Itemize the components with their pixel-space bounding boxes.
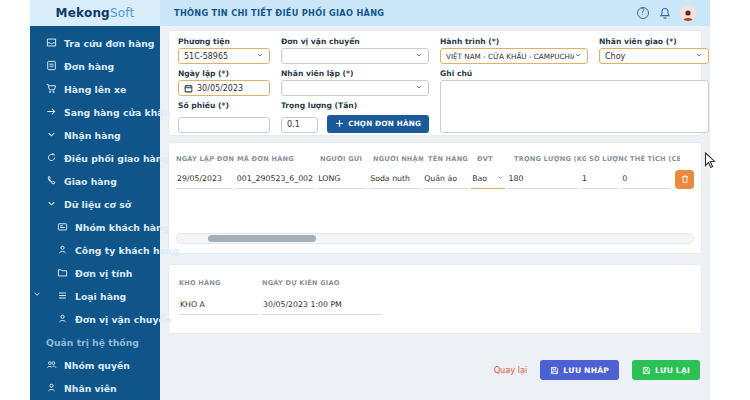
top-header: MekongSoft THÔNG TIN CHI TIẾT ĐIỀU PHỐI …	[30, 0, 710, 26]
sidebar-item-hang-len-xe[interactable]: Hàng lên xe	[30, 78, 160, 101]
sidebar-item-du-lieu-co-so[interactable]: Dữ liệu cơ sở	[30, 193, 160, 216]
back-link[interactable]: Quay lại	[494, 365, 528, 375]
sidebar-item-tra-cuu-don-hang[interactable]: Tra cứu đơn hàng	[30, 32, 160, 55]
folder-icon	[57, 267, 68, 280]
chevron-down-icon	[256, 51, 264, 61]
ticket-no-label: Số phiếu (*)	[178, 101, 270, 110]
created-staff-select[interactable]	[281, 80, 429, 96]
save-button[interactable]: LƯU LẠI	[632, 360, 700, 380]
sidebar-item-don-vi-tinh[interactable]: Đơn vị tính	[30, 262, 160, 285]
note-field: Ghi chú	[440, 69, 709, 133]
dispatch-form: Phương tiện 51C-58965 Đơn vị vận chuyển …	[168, 30, 702, 136]
col-so-luong: SỐ LƯỢNG	[589, 155, 627, 163]
sidebar-item-nhom-khach-hang[interactable]: Nhóm khách hàng	[30, 216, 160, 239]
route-field: Hành trình (*) VIỆT NAM - CỬA KHẨU - CAM…	[440, 37, 588, 64]
note-textarea[interactable]	[440, 80, 709, 133]
sidebar-item-giao-hang[interactable]: Giao hàng	[30, 170, 160, 193]
table-row: KHO A 30/05/2023 1:00 PM	[179, 295, 691, 315]
sidebar-item-don-hang[interactable]: Đơn hàng	[30, 55, 160, 78]
save-draft-button[interactable]: LƯU NHÁP	[540, 360, 619, 380]
sidebar-item-nhan-hang[interactable]: Nhận hàng	[30, 124, 160, 147]
cell-expected-date[interactable]: 30/05/2023 1:00 PM	[262, 295, 382, 315]
brand-name-light: Soft	[110, 6, 134, 20]
table-row: 29/05/2023 001_290523_6_002 LONG Soda nu…	[176, 169, 694, 189]
sidebar-nav: Tra cứu đơn hàng Đơn hàng Hàng lên xe Sa…	[30, 26, 160, 400]
chevron-down-icon	[46, 198, 57, 211]
col-nguoi-nhan: NGƯỜI NHẬN	[373, 155, 425, 163]
vehicle-select[interactable]: 51C-58965	[178, 48, 270, 64]
app-window: MekongSoft THÔNG TIN CHI TIẾT ĐIỀU PHỐI …	[30, 0, 710, 400]
sidebar-item-cong-ty-khach-hang[interactable]: Công ty khách hàng	[30, 239, 160, 262]
cart-icon	[46, 83, 57, 96]
save-icon	[550, 366, 559, 375]
cell-item-name[interactable]: Quần áo	[423, 169, 468, 189]
tray-icon	[46, 37, 57, 50]
person-icon	[57, 244, 68, 257]
horizontal-scrollbar[interactable]	[176, 233, 694, 244]
help-icon[interactable]: ?	[636, 7, 649, 20]
chevron-down-icon	[415, 83, 423, 93]
weight-ton-input[interactable]	[281, 117, 318, 133]
bell-icon[interactable]	[658, 7, 671, 20]
vehicle-field: Phương tiện 51C-58965	[178, 37, 270, 64]
chevron-down-icon	[695, 51, 703, 61]
sidebar-item-nhom-quyen[interactable]: Nhóm quyền	[30, 354, 160, 377]
user-avatar[interactable]	[680, 5, 696, 21]
warehouse-table-header: KHO HÀNG NGÀY DỰ KIẾN GIAO	[179, 275, 691, 287]
person-icon	[46, 382, 57, 395]
col-dvt: ĐVT	[477, 155, 511, 163]
sidebar-item-loai-hang[interactable]: Loại hàng	[30, 285, 160, 308]
col-ngay-lap-don: NGÀY LẬP ĐƠN	[176, 155, 234, 163]
scrollbar-thumb[interactable]	[208, 235, 316, 242]
main-content: Phương tiện 51C-58965 Đơn vị vận chuyển …	[160, 26, 710, 400]
note-label: Ghi chú	[440, 69, 709, 78]
col-nguoi-gui: NGƯỜI GỬI	[320, 155, 370, 163]
people-icon	[46, 359, 57, 372]
cell-order-code[interactable]: 001_290523_6_002	[236, 169, 314, 189]
cell-unit-select[interactable]: Bao	[471, 169, 504, 189]
page-title: THÔNG TIN CHI TIẾT ĐIỀU PHỐI GIAO HÀNG	[160, 8, 636, 18]
list-icon	[57, 290, 68, 303]
col-kho-hang: KHO HÀNG	[179, 279, 259, 287]
person-icon	[57, 313, 68, 326]
sidebar-item-nhan-vien[interactable]: Nhân viên	[30, 377, 160, 400]
cell-sender[interactable]: LONG	[317, 169, 366, 189]
chevron-down-icon	[46, 129, 57, 142]
choose-order-button[interactable]: CHỌN ĐƠN HÀNG	[327, 115, 429, 133]
delivery-staff-select[interactable]: Choy	[599, 48, 709, 64]
cell-volume-cbm[interactable]: 0	[621, 169, 670, 189]
sidebar-item-sang-hang-cua-khau[interactable]: Sang hàng cửa khẩu	[30, 101, 160, 124]
cell-warehouse[interactable]: KHO A	[179, 295, 259, 315]
cell-receiver[interactable]: Soda nuth	[369, 169, 420, 189]
created-date-field: Ngày lập (*) 30/05/2023	[178, 69, 270, 96]
cell-created-date[interactable]: 29/05/2023	[176, 169, 233, 189]
arrow-right-icon	[46, 106, 57, 119]
route-label: Hành trình (*)	[440, 37, 588, 46]
delivery-staff-field: Nhân viên giao (*) Choy	[599, 37, 709, 64]
sidebar-item-dieu-phoi-giao-hang[interactable]: Điều phối giao hàng	[30, 147, 160, 170]
weight-ton-field: Trọng lượng (Tấn) CHỌN ĐƠN HÀNG	[281, 101, 429, 133]
plus-icon	[335, 119, 344, 128]
card-icon	[57, 221, 68, 234]
footer-actions: Quay lại LƯU NHÁP LƯU LẠI	[168, 360, 702, 380]
orders-table-header: NGÀY LẬP ĐƠN MÃ ĐƠN HÀNG NGƯỜI GỬI NGƯỜI…	[176, 151, 694, 163]
warehouse-table: KHO HÀNG NGÀY DỰ KIẾN GIAO KHO A 30/05/2…	[168, 264, 702, 334]
brand-logo: MekongSoft	[30, 0, 160, 26]
weight-ton-label: Trọng lượng (Tấn)	[281, 101, 429, 110]
created-date-input[interactable]: 30/05/2023	[178, 80, 270, 96]
col-ma-don-hang: MÃ ĐƠN HÀNG	[237, 155, 317, 163]
chevron-down-icon	[32, 284, 42, 303]
ticket-no-field: Số phiếu (*)	[178, 101, 270, 133]
sidebar-section-quan-tri-he-thong: Quản trị hệ thống	[30, 331, 160, 354]
cell-weight-kg[interactable]: 180	[508, 169, 579, 189]
route-select[interactable]: VIỆT NAM - CỬA KHẨU - CAMPUCHIA	[440, 48, 588, 64]
ticket-no-input[interactable]	[178, 117, 270, 133]
carrier-select[interactable]	[281, 48, 429, 64]
calendar-icon	[184, 84, 193, 93]
col-trong-luong-kg: TRỌNG LƯỢNG (KG)	[514, 155, 586, 163]
sidebar-item-don-vi-van-chuyen[interactable]: Đơn vị vận chuyển	[30, 308, 160, 331]
delete-row-button[interactable]	[675, 170, 694, 189]
trash-icon	[680, 174, 690, 184]
cell-quantity[interactable]: 1	[581, 169, 618, 189]
carrier-field: Đơn vị vận chuyển	[281, 37, 429, 64]
